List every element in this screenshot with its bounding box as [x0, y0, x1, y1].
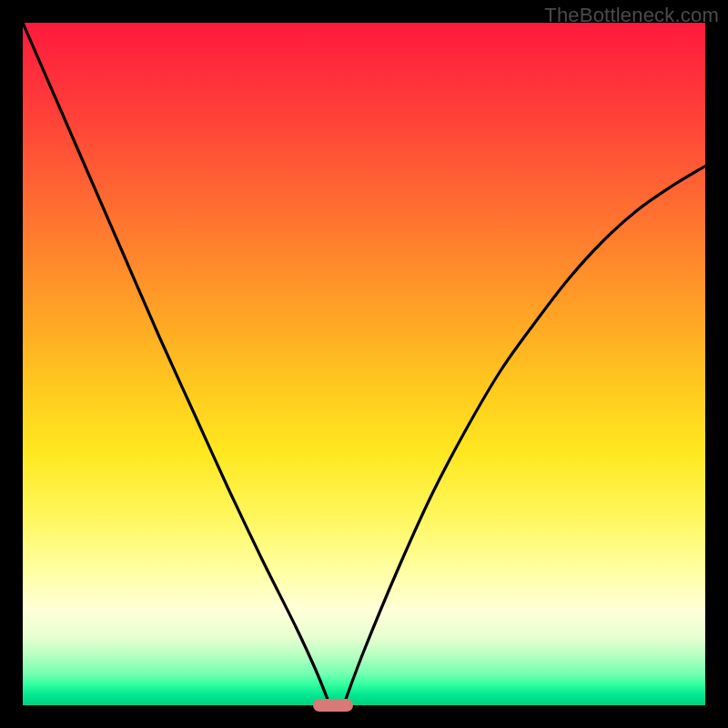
right-curve: [344, 167, 706, 706]
plot-area: [23, 23, 705, 705]
left-curve: [23, 23, 330, 705]
curves-svg: [23, 23, 705, 705]
chart-frame: TheBottleneck.com: [0, 0, 728, 728]
cusp-marker: [313, 699, 353, 712]
